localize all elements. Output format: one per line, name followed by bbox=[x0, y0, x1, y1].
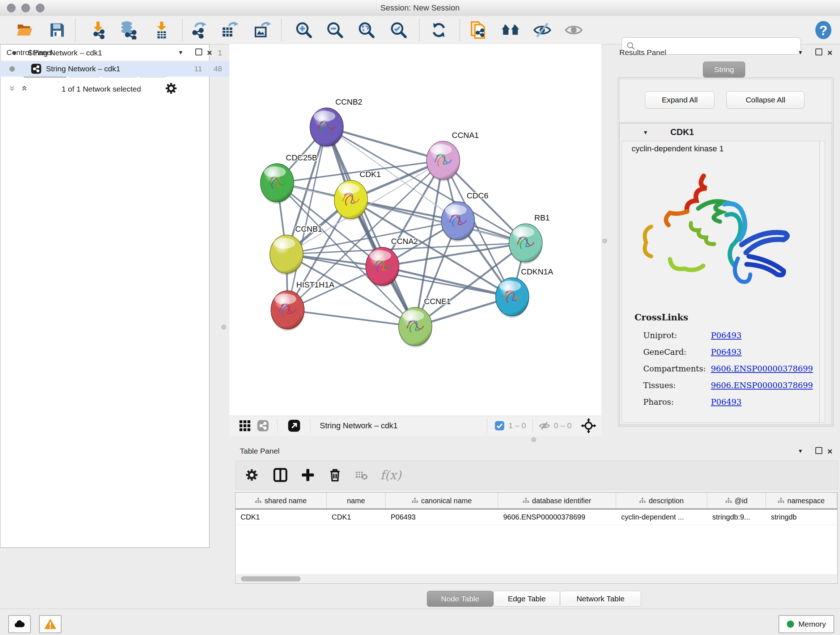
table-panel-float-icon[interactable] bbox=[815, 447, 822, 454]
open-session-icon[interactable] bbox=[14, 20, 35, 40]
zoom-fit-icon[interactable] bbox=[356, 20, 377, 40]
import-network-database-icon[interactable] bbox=[118, 20, 138, 40]
function-builder-icon[interactable]: f(x) bbox=[380, 468, 401, 482]
tab-string[interactable]: String bbox=[703, 62, 745, 78]
import-network-icon[interactable] bbox=[88, 20, 108, 40]
help-icon[interactable]: ? bbox=[813, 20, 834, 40]
network-share-grey-icon[interactable] bbox=[257, 420, 269, 432]
crosslink-tissues[interactable]: 9606.ENSP00000378699 bbox=[711, 377, 813, 394]
results-panel-collapse-icon[interactable]: ▼ bbox=[798, 49, 803, 55]
column-header-name[interactable]: name bbox=[327, 493, 386, 509]
pan-crosshair-icon[interactable] bbox=[581, 418, 596, 433]
add-column-icon[interactable] bbox=[301, 468, 315, 482]
network-node-RB1[interactable] bbox=[509, 224, 542, 264]
scrollbar-thumb[interactable] bbox=[241, 576, 301, 581]
network-edge-CCNB2-CCNE1[interactable] bbox=[327, 127, 415, 326]
collapse-all-button[interactable]: Collapse All bbox=[726, 91, 805, 109]
column-header-namespace[interactable]: namespace bbox=[766, 493, 837, 509]
delete-table-icon[interactable] bbox=[355, 469, 368, 481]
network-options-gear-icon[interactable] bbox=[164, 82, 178, 95]
table-cell[interactable]: P06493 bbox=[386, 509, 498, 524]
save-session-icon[interactable] bbox=[47, 20, 67, 40]
tab-network-table[interactable]: Network Table bbox=[560, 591, 641, 607]
warning-button[interactable] bbox=[39, 615, 62, 633]
crosslink-pharos[interactable]: P06493 bbox=[711, 394, 813, 410]
network-node-CDC6[interactable] bbox=[441, 202, 475, 242]
show-selection-eye-icon[interactable] bbox=[564, 20, 584, 40]
tab-node-table[interactable]: Node Table bbox=[427, 591, 493, 607]
network-node-CCNB1[interactable] bbox=[270, 235, 303, 275]
table-cell[interactable]: stringdb:9... bbox=[707, 509, 766, 524]
zoom-in-icon[interactable] bbox=[294, 20, 314, 40]
table-panel-close-icon[interactable]: × bbox=[827, 447, 832, 456]
homes-icon[interactable] bbox=[500, 20, 521, 40]
column-header-shared-name[interactable]: shared name bbox=[235, 493, 327, 509]
gene-description: cyclin-dependent kinase 1 bbox=[632, 144, 723, 154]
node-label-CDC25B: CDC25B bbox=[286, 153, 317, 162]
table-horizontal-scrollbar[interactable] bbox=[236, 575, 837, 583]
results-panel-float-icon[interactable] bbox=[815, 49, 822, 55]
network-node-HIST1H1A[interactable] bbox=[271, 291, 304, 331]
gene-card-body: cyclin-dependent kinase 1 bbox=[622, 141, 825, 423]
results-panel-close-icon[interactable]: × bbox=[827, 48, 832, 58]
export-network-icon[interactable] bbox=[188, 20, 209, 40]
left-splitter-handle[interactable] bbox=[221, 325, 226, 329]
network-canvas[interactable]: CCNB2CCNA1CDC25BCDK1CDC6RB1CCNB1CCNA2CDK… bbox=[229, 44, 601, 416]
network-node-CDC25B[interactable] bbox=[261, 164, 294, 204]
bottom-splitter-handle[interactable] bbox=[531, 437, 536, 442]
show-columns-icon[interactable] bbox=[273, 468, 287, 482]
crosslink-uniprot[interactable]: P06493 bbox=[711, 327, 813, 344]
network-edge-HIST1H1A-CCNE1[interactable] bbox=[287, 310, 415, 326]
collapse-all-networks-icon[interactable]: » bbox=[9, 86, 16, 91]
crosslink-compartments[interactable]: 9606.ENSP00000378699 bbox=[711, 361, 813, 377]
table-cell[interactable]: CDK1 bbox=[235, 509, 327, 524]
expand-all-button[interactable]: Expand All bbox=[645, 91, 714, 109]
network-view-title: String Network – cdk1 bbox=[320, 421, 398, 431]
open-in-window-icon[interactable] bbox=[287, 419, 301, 432]
tab-edge-table[interactable]: Edge Table bbox=[493, 591, 560, 607]
import-table-icon[interactable] bbox=[151, 20, 172, 40]
network-node-CCNA1[interactable] bbox=[426, 141, 460, 181]
column-header-description[interactable]: description bbox=[616, 493, 707, 509]
table-cell[interactable]: CDK1 bbox=[327, 509, 386, 524]
table-row[interactable]: CDK1CDK1P064939606.ENSP00000378699cyclin… bbox=[235, 509, 837, 525]
table-cell[interactable]: cyclin-dependent ... bbox=[616, 509, 707, 524]
memory-button[interactable]: Memory bbox=[778, 615, 834, 633]
column-header--id[interactable]: @id bbox=[707, 493, 766, 509]
zoom-selected-icon[interactable] bbox=[388, 20, 409, 40]
table-panel-collapse-icon[interactable]: ▼ bbox=[798, 448, 803, 454]
expand-all-networks-icon[interactable]: « bbox=[21, 86, 28, 91]
gene-card-expander-icon[interactable]: ▼ bbox=[643, 129, 648, 135]
collection-expander-icon[interactable]: ▼ bbox=[11, 50, 17, 56]
network-row-selected[interactable]: String Network – cdk1 11 48 bbox=[0, 61, 229, 77]
node-label-CCNB1: CCNB1 bbox=[295, 225, 322, 233]
table-cell[interactable]: stringdb bbox=[766, 509, 837, 524]
cloud-button[interactable] bbox=[8, 615, 31, 633]
birdseye-grid-icon[interactable] bbox=[240, 420, 250, 431]
column-header-database-identifier[interactable]: database identifier bbox=[498, 493, 616, 509]
network-edge-CCNB2-CCNA1[interactable] bbox=[327, 127, 443, 160]
column-header-canonical-name[interactable]: canonical name bbox=[386, 493, 498, 509]
network-node-CCNE1[interactable] bbox=[399, 307, 432, 348]
network-node-CDK1[interactable] bbox=[334, 180, 368, 220]
table-options-gear-icon[interactable] bbox=[245, 468, 259, 482]
hidden-eye-slash-icon[interactable] bbox=[538, 420, 550, 432]
toolbar-separator bbox=[281, 19, 282, 41]
network-node-CCNB2[interactable] bbox=[310, 108, 343, 148]
refresh-layout-icon[interactable] bbox=[429, 20, 449, 40]
crosslink-label: Tissues: bbox=[643, 377, 706, 394]
network-node-CCNA2[interactable] bbox=[366, 247, 399, 287]
export-table-icon[interactable] bbox=[219, 20, 240, 40]
zoom-out-icon[interactable] bbox=[325, 20, 345, 40]
table-cell[interactable]: 9606.ENSP00000378699 bbox=[498, 509, 616, 524]
network-node-CDKN1A[interactable] bbox=[496, 278, 529, 318]
results-scrollbar[interactable] bbox=[819, 141, 825, 422]
network-view-toolbar: String Network – cdk1 1 – 0 0 – 0 bbox=[229, 416, 601, 435]
network-collection-row[interactable]: ▼ String Network – cdk1 1 bbox=[0, 45, 229, 61]
delete-column-trash-icon[interactable] bbox=[328, 468, 342, 482]
hide-selection-eye-slash-icon[interactable] bbox=[532, 20, 553, 40]
selected-checkbox-icon[interactable] bbox=[494, 421, 505, 431]
export-image-icon[interactable] bbox=[252, 20, 272, 40]
string-document-icon[interactable] bbox=[468, 20, 488, 40]
crosslink-genecard[interactable]: P06493 bbox=[711, 344, 813, 361]
